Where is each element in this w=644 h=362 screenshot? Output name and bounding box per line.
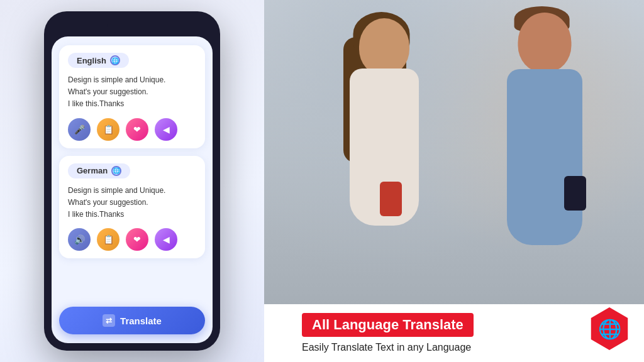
copy-icon-2: 📋 <box>103 234 114 244</box>
phone-section: English 🌐 Design is simple and Unique. W… <box>0 0 264 362</box>
head-woman <box>359 18 409 75</box>
source-card-header: English 🌐 <box>68 53 196 68</box>
target-card: German 🌐 Design is simple and Unique. Wh… <box>59 156 205 259</box>
translate-icon: ⇄ <box>103 314 115 327</box>
copy-button[interactable]: 📋 <box>97 118 119 141</box>
phone-screen: English 🌐 Design is simple and Unique. W… <box>52 36 213 343</box>
source-card: English 🌐 Design is simple and Unique. W… <box>59 45 205 148</box>
target-language-pill[interactable]: German 🌐 <box>68 163 130 178</box>
source-language-label: English <box>77 56 106 65</box>
target-card-header: German 🌐 <box>68 163 196 178</box>
mic-button[interactable]: 🎤 <box>68 118 91 141</box>
copy-button-2[interactable]: 📋 <box>97 228 119 251</box>
share-button[interactable]: ◀ <box>155 118 177 141</box>
phone-held-man <box>564 176 586 211</box>
photo-section: All Language Translate Easily Translate … <box>264 0 644 362</box>
target-text: Design is simple and Unique. What's your… <box>68 185 196 221</box>
hexagon-shape: 🌐 <box>588 307 631 350</box>
phone-held-woman <box>380 182 402 216</box>
banner-subtitle: Easily Translate Text in any Language <box>302 342 631 353</box>
phone-notch <box>107 19 157 33</box>
person-man <box>475 0 614 283</box>
head-man <box>518 13 571 72</box>
mic-icon: 🎤 <box>74 124 85 134</box>
target-actions: 🔊 📋 ❤ ◀ <box>68 228 196 251</box>
speaker-button[interactable]: 🔊 <box>68 228 91 251</box>
globe-badge-icon: 🌐 <box>598 318 621 340</box>
copy-icon: 📋 <box>103 124 114 134</box>
source-text: Design is simple and Unique. What's your… <box>68 74 196 111</box>
phone-frame: English 🌐 Design is simple and Unique. W… <box>44 11 220 351</box>
heart-icon: ❤ <box>133 124 141 134</box>
share-icon: ◀ <box>163 124 170 134</box>
source-actions: 🎤 📋 ❤ ◀ <box>68 118 196 141</box>
target-language-label: German <box>77 166 108 175</box>
globe-badge: 🌐 <box>587 307 631 351</box>
speaker-icon: 🔊 <box>74 234 85 244</box>
share-icon-2: ◀ <box>163 234 170 244</box>
share-button-2[interactable]: ◀ <box>155 228 177 251</box>
translate-button-label: Translate <box>120 315 162 326</box>
target-globe-icon: 🌐 <box>111 166 121 176</box>
source-globe-icon: 🌐 <box>110 55 120 65</box>
source-language-pill[interactable]: English 🌐 <box>68 53 129 68</box>
banner-title: All Language Translate <box>302 313 474 337</box>
body-man <box>507 69 582 245</box>
heart-icon-2: ❤ <box>133 234 141 244</box>
favorite-button[interactable]: ❤ <box>126 118 148 141</box>
person-woman <box>321 18 447 282</box>
favorite-button-2[interactable]: ❤ <box>126 228 148 251</box>
translate-button[interactable]: ⇄ Translate <box>59 307 205 334</box>
